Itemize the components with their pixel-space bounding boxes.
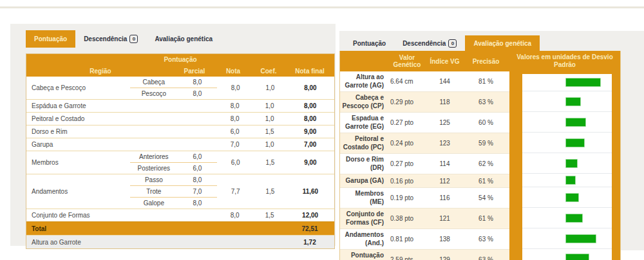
table-row: Pontuação Total (PT) 2.59 pts 129 63 % xyxy=(340,249,620,260)
valor-genetico-value: 0.27 pto xyxy=(387,160,427,167)
deviation-bar xyxy=(565,254,589,260)
nota-final-value: 9,00 xyxy=(287,151,334,174)
table-row: Conjunto de Formas (CF) 0.38 pto 121 61 … xyxy=(340,208,620,228)
right-tab-avalia-o-gen-tica[interactable]: Avaliação genética xyxy=(465,35,540,51)
tab-label: Avaliação genética xyxy=(155,35,213,42)
nota-value: 8,0 xyxy=(216,100,253,112)
coef-value: 1,0 xyxy=(253,138,286,151)
trait-label: Dorso e Rim (DR) xyxy=(340,154,387,174)
trait-cells: Dorso e Rim (DR) 0.27 pto 114 62 % xyxy=(340,153,509,174)
nota-value: 7,7 xyxy=(217,174,254,209)
top-divider xyxy=(0,6,644,8)
trait-cells: Espadua e Garrote (EG) 0.27 pto 125 60 % xyxy=(340,112,509,133)
table-row: Dorso e Rim (DR) 0.27 pto 114 62 % xyxy=(340,153,620,174)
score-table-header: Região Parcial Nota Coef. Nota final xyxy=(26,65,334,77)
total-row: Total 72,51 xyxy=(26,221,334,235)
table-row: Peitoral e Costado 8,0 1,0 8,00 xyxy=(26,112,334,125)
deviation-chart-cell xyxy=(509,153,620,174)
deviation-bar xyxy=(565,214,583,223)
deviation-chart-cell xyxy=(509,112,620,133)
right-tab-descend-ncia[interactable]: Descendência 0 xyxy=(394,35,465,51)
coef-value: 1,0 xyxy=(254,77,287,99)
bar-track xyxy=(522,133,612,153)
precisao-value: 63 % xyxy=(462,236,509,243)
col-header-desvio-padrao: Valores em unidades de Desvio Padrão xyxy=(509,52,620,70)
bar-track xyxy=(522,249,612,260)
table-row: Membros (ME) 0.19 pto 116 54 % xyxy=(340,187,620,208)
subregion-label: Passo xyxy=(130,176,177,183)
valor-genetico-value: 0.27 pto xyxy=(387,119,427,126)
subregion-value: 6,0 xyxy=(177,153,217,160)
coef-value: 1,0 xyxy=(253,100,286,112)
tab-label: Descendência xyxy=(402,40,446,47)
subregion-row: Anteriores 6,0 xyxy=(130,151,217,162)
subregion-row: Posteriores 6,0 xyxy=(130,162,217,174)
subregion-row: Trote 7,0 xyxy=(130,185,217,197)
trait-label: Peitoral e Costado (PC) xyxy=(340,133,387,153)
bar-track xyxy=(522,208,612,228)
deviation-bar xyxy=(565,193,579,202)
subregion-cells xyxy=(131,100,216,112)
subregion-value: 8,0 xyxy=(177,90,217,97)
indice-vg-value: 123 xyxy=(427,140,462,147)
precisao-value: 54 % xyxy=(462,194,509,201)
deviation-chart-cell xyxy=(509,228,620,249)
deviation-bar xyxy=(565,97,581,106)
subregion-value: 8,0 xyxy=(177,200,217,207)
indice-vg-value: 114 xyxy=(427,160,462,167)
trait-label: Altura ao Garrote (AG) xyxy=(340,71,387,91)
deviation-chart-cell xyxy=(509,133,620,153)
nota-final-value: 8,00 xyxy=(286,100,334,112)
deviation-bar xyxy=(565,234,596,243)
left-tab-pontua-o[interactable]: Pontuação xyxy=(26,30,75,48)
region-label: Andamentos xyxy=(26,174,130,209)
trait-label: Conjunto de Formas (CF) xyxy=(340,209,387,228)
subregion-cells: Anteriores 6,0 Posteriores 6,0 xyxy=(130,151,217,174)
col-header-regiao: Região xyxy=(26,68,175,75)
valor-genetico-value: 0.29 pto xyxy=(387,98,427,106)
coef-value: 1,0 xyxy=(253,113,286,125)
trait-cells: Pontuação Total (PT) 2.59 pts 129 63 % xyxy=(340,249,509,260)
trait-label: Membros (ME) xyxy=(340,188,387,208)
right-tab-pontua-o[interactable]: Pontuação xyxy=(345,35,394,51)
nota-value: 6,0 xyxy=(216,125,253,138)
table-row: Garupa 7,0 1,0 7,00 xyxy=(26,138,334,151)
trait-label: Cabeça e Pescoço (CP) xyxy=(340,92,387,112)
height-label: Altura ao Garrote xyxy=(26,236,285,248)
precisao-value: 63 % xyxy=(462,98,509,106)
indice-vg-value: 125 xyxy=(427,119,462,126)
precisao-value: 59 % xyxy=(462,140,509,147)
trait-cells: Cabeça e Pescoço (CP) 0.29 pto 118 63 % xyxy=(340,91,509,112)
left-tab-avalia-o-gen-tica[interactable]: Avaliação genética xyxy=(146,30,221,48)
indice-vg-value: 116 xyxy=(427,194,462,201)
region-label: Dorso e Rim xyxy=(26,125,131,138)
deviation-bar xyxy=(565,118,586,127)
table-row: Dorso e Rim 6,0 1,5 9,00 xyxy=(26,125,334,138)
bar-track xyxy=(522,74,612,91)
genetic-table-body: Altura ao Garrote (AG) 6.64 cm 144 81 % … xyxy=(340,71,620,260)
col-header-indice-vg: Índice VG xyxy=(427,58,462,65)
trait-cells: Garupa (GA) 0.16 pto 112 61 % xyxy=(340,174,509,187)
right-tab-bar: Pontuação Descendência 0 Avaliação genét… xyxy=(339,31,644,51)
precisao-value: 60 % xyxy=(462,119,509,126)
left-tab-bar: Pontuação Descendência 0 Avaliação genét… xyxy=(10,24,336,48)
bar-track xyxy=(522,228,612,249)
subregion-label: Pescoço xyxy=(130,90,177,97)
genetic-table: Valor Genético Índice VG Precisão Valore… xyxy=(339,51,621,260)
table-row: Membros Anteriores 6,0 Posteriores 6,0 6… xyxy=(26,151,334,174)
trait-label: Espadua e Garrote (EG) xyxy=(340,113,387,133)
valor-genetico-value: 0.16 pto xyxy=(387,178,427,185)
precisao-value: 62 % xyxy=(462,160,509,167)
table-row: Espádua e Garrote 8,0 1,0 8,00 xyxy=(26,99,334,112)
precisao-value: 61 % xyxy=(462,178,509,185)
indice-vg-value: 112 xyxy=(427,178,462,185)
subregion-value: 8,0 xyxy=(177,176,217,183)
bar-track xyxy=(522,91,612,112)
nota-value: 6,0 xyxy=(217,151,254,174)
left-tab-descend-ncia[interactable]: Descendência 0 xyxy=(75,30,146,48)
subregion-value: 7,0 xyxy=(177,188,217,195)
deviation-bar xyxy=(565,138,585,147)
region-label: Espádua e Garrote xyxy=(26,100,131,112)
valor-genetico-value: 0.19 pto xyxy=(387,194,427,201)
region-label: Garupa xyxy=(26,138,131,151)
